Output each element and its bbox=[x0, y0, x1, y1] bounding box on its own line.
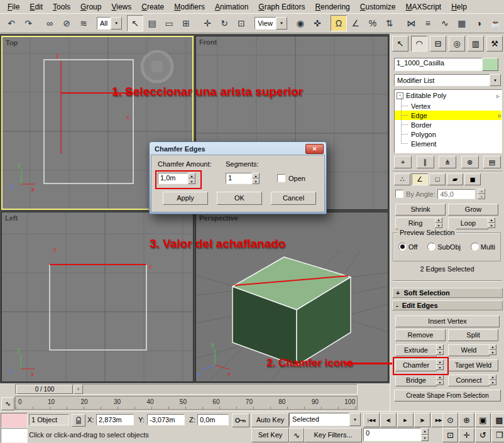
chevron-down-icon[interactable]: ▼ bbox=[111, 17, 122, 30]
modify-tab[interactable]: ◠ bbox=[411, 36, 427, 52]
connect-button[interactable]: Connect bbox=[448, 375, 490, 386]
menu-item[interactable]: Create bbox=[136, 1, 169, 13]
menu-item[interactable]: MAXScript bbox=[401, 1, 447, 13]
key-filters-button[interactable]: Key Filters... bbox=[304, 428, 362, 442]
menu-item[interactable]: Customize bbox=[355, 1, 401, 13]
key-mode-toggle[interactable] bbox=[232, 413, 249, 427]
close-icon[interactable]: ✕ bbox=[305, 144, 324, 154]
time-slider-handle[interactable]: 0 / 100 bbox=[16, 385, 73, 394]
shrink-button[interactable]: Shrink bbox=[395, 204, 446, 216]
menu-item[interactable]: Views bbox=[106, 1, 136, 13]
next-frame-button[interactable]: |▶ bbox=[414, 413, 430, 427]
key-selection-dropdown[interactable]: Selected ▼ bbox=[289, 413, 361, 426]
modifier-list-dropdown[interactable]: Modifier List ▼ bbox=[394, 74, 501, 86]
bridge-button[interactable]: Bridge bbox=[395, 375, 437, 386]
edge-mode-icon[interactable]: ∠ bbox=[412, 173, 428, 185]
polygon-mode-icon[interactable]: ▰ bbox=[447, 173, 463, 185]
stack-subobject-item[interactable]: Element bbox=[395, 139, 501, 148]
y-coordinate-field[interactable]: -3,073m bbox=[147, 414, 185, 425]
soft-selection-rollout[interactable]: + Soft Selection bbox=[392, 288, 503, 298]
selection-lock-toggle[interactable] bbox=[72, 414, 85, 427]
create-shape-button[interactable]: Create Shape From Selection bbox=[394, 390, 501, 402]
ring-button[interactable]: Ring bbox=[395, 217, 436, 229]
menu-item[interactable]: Help bbox=[446, 1, 472, 13]
vertex-mode-icon[interactable]: ∴ bbox=[394, 173, 410, 185]
stack-subobject-item[interactable]: Vertex bbox=[395, 101, 501, 111]
chevron-down-icon[interactable]: ▼ bbox=[490, 74, 501, 86]
stack-subobject-item[interactable]: Edge ▹ bbox=[395, 111, 501, 120]
chamfer-amount-spinner[interactable]: ▲▼ bbox=[188, 173, 195, 184]
chamfer-spinner[interactable]: ▲▼ bbox=[436, 359, 444, 370]
remove-modifier-button[interactable]: ⊗ bbox=[461, 156, 479, 168]
edit-edges-rollout[interactable]: - Edit Edges bbox=[392, 300, 503, 310]
menu-item[interactable]: Rendering bbox=[310, 1, 354, 13]
make-unique-button[interactable]: ⋔ bbox=[439, 156, 456, 168]
preview-option[interactable]: Multi bbox=[471, 243, 495, 251]
bridge-spinner[interactable]: ▲▼ bbox=[436, 375, 444, 385]
utilities-tab[interactable]: ⚒ bbox=[486, 36, 503, 52]
redo-icon[interactable]: ↷ bbox=[20, 15, 36, 31]
connect-spinner[interactable]: ▲▼ bbox=[489, 375, 496, 385]
current-frame-spinner[interactable]: ▲▼ bbox=[421, 428, 429, 441]
zoom-icon[interactable]: ⊙ bbox=[442, 413, 458, 427]
mini-curve-editor-button[interactable]: ∿ bbox=[1, 397, 14, 410]
menu-item[interactable]: Edit bbox=[25, 1, 48, 13]
border-mode-icon[interactable]: □ bbox=[429, 173, 446, 185]
target-weld-button[interactable]: Target Weld bbox=[448, 359, 498, 371]
selection-filter-dropdown[interactable]: All ▼ bbox=[97, 17, 122, 30]
unlink-selection-icon[interactable]: ⊘ bbox=[58, 15, 75, 31]
object-color-swatch[interactable] bbox=[482, 58, 498, 71]
zoom-extents-icon[interactable]: ▣ bbox=[475, 413, 491, 427]
segments-spinner[interactable]: ▲▼ bbox=[252, 173, 260, 184]
play-button[interactable]: ▶ bbox=[397, 413, 414, 427]
stack-item-editable-poly[interactable]: - Editable Poly ▹ bbox=[395, 90, 501, 101]
angle-snap-icon[interactable]: ∠ bbox=[348, 15, 364, 31]
open-checkbox[interactable] bbox=[277, 174, 285, 182]
create-tab[interactable]: ↖ bbox=[392, 36, 408, 52]
radio-icon[interactable] bbox=[471, 243, 479, 251]
percent-snap-icon[interactable]: % bbox=[364, 15, 381, 31]
set-key-button[interactable]: Set Key bbox=[251, 428, 289, 442]
menu-item[interactable]: Animation bbox=[210, 1, 253, 13]
menu-item[interactable]: Group bbox=[75, 1, 106, 13]
menu-item[interactable]: Graph Editors bbox=[253, 1, 310, 13]
zoom-all-icon[interactable]: ⊕ bbox=[459, 413, 474, 427]
next-frame-nudge-button[interactable]: › bbox=[74, 385, 83, 394]
segments-field[interactable]: 1 bbox=[226, 173, 252, 184]
schematic-view-icon[interactable]: ▦ bbox=[454, 15, 470, 31]
ring-spinner[interactable]: ▲▼ bbox=[435, 217, 442, 228]
menu-item[interactable]: Tools bbox=[48, 1, 75, 13]
material-editor-icon[interactable]: ◑ bbox=[471, 15, 487, 31]
time-slider-track[interactable]: 0 / 100 › bbox=[15, 384, 358, 395]
object-name-field[interactable]: 1_1000_Casilla bbox=[394, 58, 483, 71]
bind-to-space-warp-icon[interactable]: ≋ bbox=[75, 15, 92, 31]
menu-item[interactable]: Modifiers bbox=[169, 1, 210, 13]
cancel-button[interactable]: Cancel bbox=[271, 192, 316, 205]
select-and-link-icon[interactable]: ∞ bbox=[41, 15, 58, 31]
select-and-move-icon[interactable]: ✛ bbox=[199, 15, 216, 31]
chamfer-amount-field[interactable]: 1,0m bbox=[158, 173, 188, 184]
auto-key-button[interactable]: Auto Key bbox=[251, 413, 289, 427]
selection-region-icon[interactable]: ▭ bbox=[161, 15, 177, 31]
by-angle-checkbox[interactable] bbox=[395, 190, 403, 198]
chevron-down-icon[interactable]: ▼ bbox=[349, 413, 361, 426]
chevron-down-icon[interactable]: ▼ bbox=[276, 17, 287, 30]
z-coordinate-field[interactable]: 0,0m bbox=[197, 414, 229, 425]
viewport-top-label[interactable]: Top bbox=[6, 39, 18, 46]
maxscript-mini-listener[interactable] bbox=[1, 428, 28, 443]
configure-modifier-sets-button[interactable]: ▤ bbox=[483, 156, 501, 168]
chamfer-button[interactable]: Chamfer bbox=[395, 359, 437, 371]
element-mode-icon[interactable]: ◼ bbox=[464, 173, 481, 185]
by-angle-spinner[interactable]: ▲▼ bbox=[478, 189, 485, 199]
use-center-icon[interactable]: ◉ bbox=[292, 15, 309, 31]
reference-coordinate-dropdown[interactable]: View ▼ bbox=[255, 17, 287, 30]
default-in-out-tangent-button[interactable]: ∿ bbox=[289, 428, 304, 442]
macro-recorder-field[interactable] bbox=[1, 413, 28, 428]
split-button[interactable]: Split bbox=[448, 329, 498, 341]
show-end-result-button[interactable]: ∥ bbox=[417, 156, 434, 168]
previous-frame-button[interactable]: ◀| bbox=[380, 413, 397, 427]
viewport-perspective-label[interactable]: Perspective bbox=[199, 214, 238, 222]
pan-view-icon[interactable]: ✛ bbox=[459, 428, 474, 442]
loop-spinner[interactable]: ▲▼ bbox=[488, 217, 495, 228]
x-coordinate-field[interactable]: 2,873m bbox=[96, 414, 134, 425]
